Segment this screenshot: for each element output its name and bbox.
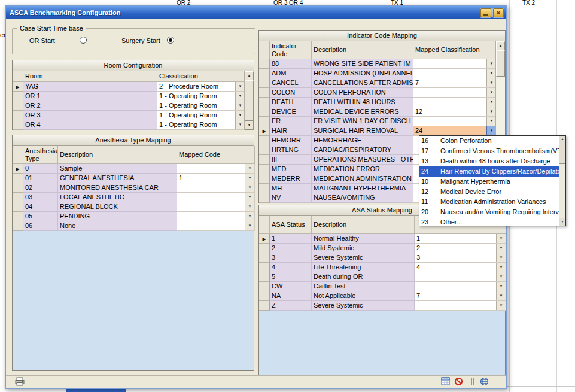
scroll-up-icon[interactable]: ▲ [245, 71, 254, 80]
close-button[interactable]: × [493, 8, 504, 17]
mapped-value-combo[interactable]: 24▼ [413, 126, 497, 136]
mapped-value-combo[interactable]: 1▼ [177, 174, 255, 183]
room-name-cell[interactable]: OR 2 [23, 101, 157, 111]
description-cell[interactable]: PENDING [58, 212, 177, 221]
mapped-value-combo[interactable]: 7▼ [415, 291, 506, 301]
description-cell[interactable]: OPERATIONS MEASURES - OTH [312, 155, 413, 165]
chevron-down-icon[interactable]: ▼ [496, 282, 506, 291]
dropdown-item[interactable]: 11Medication Administration Variances [419, 197, 559, 207]
indicator-code-cell[interactable]: HAIR [270, 126, 312, 136]
indicator-code-cell[interactable]: III [270, 155, 312, 165]
chevron-down-icon[interactable]: ▼ [486, 88, 496, 97]
mapped-value-combo[interactable]: ▼ [177, 212, 255, 221]
dropdown-item[interactable]: 10Malignant Hyperthermia [419, 177, 559, 187]
chevron-down-icon[interactable]: ▼ [235, 92, 245, 101]
room-name-cell[interactable]: OR 1 [23, 92, 157, 101]
description-cell[interactable]: GENERAL ANESTHESIA [58, 174, 177, 183]
asa-status-cell[interactable]: 4 [270, 263, 312, 272]
chevron-down-icon[interactable]: ▼ [486, 107, 496, 116]
cancel-icon[interactable] [454, 377, 463, 386]
mapped-value-combo[interactable]: 1 - Operating Room▼ [157, 101, 245, 111]
row-selector[interactable] [259, 263, 270, 272]
indicator-code-cell[interactable]: CANCEL [270, 78, 312, 88]
row-selector[interactable] [259, 244, 270, 253]
row-selector[interactable] [259, 98, 270, 107]
row-selector[interactable] [13, 193, 23, 202]
surgery-start-radio[interactable] [167, 37, 174, 44]
dropdown-scrollbar[interactable]: ▲ ▼ [559, 136, 565, 226]
indicator-code-cell[interactable]: ADM [270, 69, 312, 78]
mapped-value-combo[interactable]: 1▼ [415, 234, 506, 244]
mapped-value-combo[interactable]: 3▼ [415, 253, 506, 263]
row-selector[interactable] [259, 184, 270, 193]
mapped-value-combo[interactable]: ▼ [413, 59, 497, 69]
dropdown-item[interactable]: 12Medical Device Error [419, 187, 559, 197]
row-selector[interactable] [259, 155, 270, 165]
indicator-code-cell[interactable]: MH [270, 184, 312, 193]
row-selector[interactable] [13, 183, 23, 193]
room-name-cell[interactable]: YAG [23, 82, 157, 92]
chevron-down-icon[interactable]: ▼ [496, 253, 506, 262]
row-selector[interactable] [13, 101, 23, 111]
description-cell[interactable]: WRONG SITE SIDE PATIENT IM [312, 59, 413, 69]
row-selector[interactable] [259, 78, 270, 88]
mapped-value-combo[interactable]: 12▼ [413, 107, 497, 117]
mapped-value-combo[interactable]: ▼ [413, 117, 497, 126]
row-selector[interactable] [259, 136, 270, 145]
anesthesia-type-cell[interactable]: 01 [23, 174, 58, 183]
chevron-down-icon[interactable]: ▼ [486, 78, 496, 87]
indicator-code-cell[interactable]: MED [270, 165, 312, 174]
description-cell[interactable]: CANCELLATIONS AFTER ADMIS [312, 78, 413, 88]
row-selector[interactable] [13, 111, 23, 120]
description-cell[interactable]: CARDIAC/RESPIRATORY [312, 145, 413, 155]
anesthesia-type-cell[interactable]: 05 [23, 212, 58, 221]
chevron-down-icon[interactable]: ▼ [486, 59, 496, 68]
dropdown-item[interactable]: 24Hair Removal By Clippers/Razor/Depilat… [419, 166, 559, 177]
description-cell[interactable]: Mild Systemic [312, 244, 415, 253]
mapped-value-combo[interactable]: ▼ [177, 221, 255, 231]
asa-status-cell[interactable]: Z [270, 301, 312, 311]
asa-status-cell[interactable]: 3 [270, 253, 312, 263]
description-cell[interactable]: Death during OR [312, 272, 415, 282]
mapped-value-combo[interactable]: 2 - Procedure Room▼ [157, 82, 245, 92]
chevron-down-icon[interactable]: ▼ [245, 174, 254, 183]
description-cell[interactable]: NAUSEA/VOMITING [312, 193, 413, 203]
mapped-value-combo[interactable]: 4▼ [415, 263, 506, 272]
mapped-value-combo[interactable]: ▼ [413, 69, 497, 78]
mapped-value-combo[interactable]: ▼ [177, 193, 255, 202]
asa-status-cell[interactable]: CW [270, 282, 312, 291]
row-selector[interactable] [259, 282, 270, 291]
description-cell[interactable]: MONITORED ANESTHESIA CAR [58, 183, 177, 193]
description-cell[interactable]: HOSP ADMISSION (UNPLANNED [312, 69, 413, 78]
print-icon[interactable] [14, 377, 25, 387]
row-selector[interactable]: ▶ [259, 234, 270, 244]
chevron-down-icon[interactable]: ▼ [496, 244, 506, 253]
description-cell[interactable]: COLON PERFORATION [312, 88, 413, 98]
indicator-code-cell[interactable]: ER [270, 117, 312, 126]
chevron-down-icon[interactable]: ▼ [486, 69, 496, 78]
mapped-value-combo[interactable]: 7▼ [413, 78, 497, 88]
chevron-down-icon[interactable]: ▼ [245, 193, 254, 202]
description-cell[interactable]: Normal Healthy [312, 234, 415, 244]
anesthesia-type-cell[interactable]: 03 [23, 193, 58, 202]
scroll-down-icon[interactable]: ▼ [559, 218, 565, 226]
description-cell[interactable]: MEDICAL DEVICE ERRORS [312, 107, 413, 117]
indicator-code-cell[interactable]: COLON [270, 88, 312, 98]
chevron-down-icon[interactable]: ▼ [235, 101, 245, 110]
chevron-down-icon[interactable]: ▼ [245, 164, 254, 173]
anesthesia-type-cell[interactable]: 0 [23, 164, 58, 174]
chevron-down-icon[interactable]: ▼ [486, 126, 496, 135]
mapped-value-combo[interactable]: ▼ [177, 183, 255, 193]
row-selector[interactable] [259, 145, 270, 155]
chevron-down-icon[interactable]: ▼ [245, 221, 254, 230]
row-selector[interactable] [13, 120, 23, 130]
indicator-code-cell[interactable]: 88 [270, 59, 312, 69]
chevron-down-icon[interactable]: ▼ [245, 202, 254, 211]
asa-status-cell[interactable]: 1 [270, 234, 312, 244]
or-start-radio[interactable] [80, 37, 87, 44]
description-cell[interactable]: SURGICAL HAIR REMOVAL [312, 126, 413, 136]
anesthesia-type-cell[interactable]: 04 [23, 202, 58, 212]
scroll-thumb[interactable] [496, 50, 505, 77]
row-selector[interactable] [259, 88, 270, 98]
description-cell[interactable]: Sample [58, 164, 177, 174]
